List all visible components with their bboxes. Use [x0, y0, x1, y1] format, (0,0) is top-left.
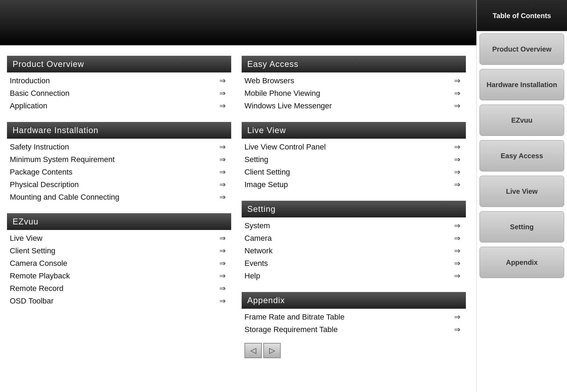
arrow-icon: ⇒	[215, 259, 226, 268]
list-item[interactable]: Physical Description⇒	[7, 178, 231, 191]
item-label: Frame Rate and Bitrate Table	[244, 313, 345, 322]
section-items-appendix: Frame Rate and Bitrate Table⇒Storage Req…	[242, 309, 466, 339]
right-column: Easy AccessWeb Browsers⇒Mobile Phone Vie…	[242, 56, 466, 382]
item-label: OSD Toolbar	[10, 297, 54, 306]
item-label: Setting	[244, 155, 269, 164]
item-label: Storage Requirement Table	[244, 325, 338, 334]
item-label: Mobile Phone Viewing	[244, 89, 320, 98]
list-item[interactable]: Basic Connection⇒	[7, 87, 231, 100]
item-label: Introduction	[10, 76, 50, 85]
list-item[interactable]: Introduction⇒	[7, 75, 231, 87]
section-items-setting: System⇒Camera⇒Network⇒Events⇒Help⇒	[242, 217, 466, 286]
arrow-icon: ⇒	[450, 221, 460, 230]
item-label: Safety Instruction	[10, 143, 69, 152]
item-label: Camera Console	[10, 259, 67, 268]
list-item[interactable]: System⇒	[242, 220, 466, 232]
item-label: Client Setting	[244, 168, 290, 177]
sidebar-item-appendix[interactable]: Appendix	[479, 247, 564, 278]
list-item[interactable]: Package Contents⇒	[7, 166, 231, 178]
header	[0, 0, 476, 45]
list-item[interactable]: OSD Toolbar⇒	[7, 295, 231, 307]
arrow-icon: ⇒	[215, 76, 226, 85]
item-label: Remote Record	[10, 284, 63, 293]
section-header-easy-access: Easy Access	[242, 56, 466, 72]
arrow-icon: ⇒	[215, 246, 226, 255]
section-header-hardware-installation: Hardware Installation	[7, 122, 231, 139]
list-item[interactable]: Help⇒	[242, 270, 466, 282]
list-item[interactable]: Mobile Phone Viewing⇒	[242, 87, 466, 100]
list-item[interactable]: Windows Live Messenger⇒	[242, 100, 466, 112]
arrow-icon: ⇒	[215, 193, 226, 202]
sidebar: Table of ContentsProduct OverviewHardwar…	[476, 0, 567, 392]
arrow-icon: ⇒	[450, 325, 460, 334]
main-content: Product OverviewIntroduction⇒Basic Conne…	[0, 0, 476, 392]
arrow-icon: ⇒	[450, 89, 460, 98]
nav-arrows: ◁▷	[244, 339, 466, 358]
arrow-icon: ⇒	[450, 168, 460, 177]
left-column: Product OverviewIntroduction⇒Basic Conne…	[7, 56, 231, 382]
list-item[interactable]: Events⇒	[242, 257, 466, 270]
item-label: Application	[10, 101, 47, 110]
list-item[interactable]: Minimum System Requirement⇒	[7, 153, 231, 166]
list-item[interactable]: Client Setting⇒	[242, 166, 466, 178]
next-button[interactable]: ▷	[263, 343, 281, 358]
arrow-icon: ⇒	[215, 155, 226, 164]
item-label: System	[244, 221, 270, 230]
item-label: Image Setup	[244, 180, 288, 189]
list-item[interactable]: Mounting and Cable Connecting⇒	[7, 191, 231, 203]
list-item[interactable]: Live View⇒	[7, 232, 231, 245]
list-item[interactable]: Setting⇒	[242, 153, 466, 166]
arrow-icon: ⇒	[215, 284, 226, 293]
arrow-icon: ⇒	[450, 271, 460, 280]
item-label: Events	[244, 259, 268, 268]
item-label: Windows Live Messenger	[244, 101, 332, 110]
section-items-easy-access: Web Browsers⇒Mobile Phone Viewing⇒Window…	[242, 72, 466, 116]
list-item[interactable]: Client Setting⇒	[7, 245, 231, 257]
arrow-icon: ⇒	[450, 76, 460, 85]
sidebar-item-live-view[interactable]: Live View	[479, 176, 564, 207]
list-item[interactable]: Safety Instruction⇒	[7, 141, 231, 153]
item-label: Minimum System Requirement	[10, 155, 115, 164]
list-item[interactable]: Storage Requirement Table⇒	[242, 323, 466, 336]
list-item[interactable]: Network⇒	[242, 245, 466, 257]
arrow-icon: ⇒	[450, 155, 460, 164]
item-label: Live View	[10, 234, 43, 243]
sidebar-item-hardware-installation[interactable]: Hardware Installation	[479, 69, 564, 100]
section-items-product-overview: Introduction⇒Basic Connection⇒Applicatio…	[7, 72, 231, 116]
list-item[interactable]: Live View Control Panel⇒	[242, 141, 466, 153]
list-item[interactable]: Camera Console⇒	[7, 257, 231, 270]
arrow-icon: ⇒	[215, 143, 226, 152]
arrow-icon: ⇒	[450, 180, 460, 189]
list-item[interactable]: Remote Record⇒	[7, 282, 231, 295]
item-label: Camera	[244, 234, 272, 243]
arrow-icon: ⇒	[450, 143, 460, 152]
list-item[interactable]: Image Setup⇒	[242, 178, 466, 191]
item-label: Network	[244, 246, 273, 255]
arrow-icon: ⇒	[215, 234, 226, 243]
list-item[interactable]: Frame Rate and Bitrate Table⇒	[242, 311, 466, 323]
arrow-icon: ⇒	[450, 313, 460, 322]
list-item[interactable]: Remote Playback⇒	[7, 270, 231, 282]
section-header-ezvuu: EZvuu	[7, 213, 231, 230]
sidebar-item-easy-access[interactable]: Easy Access	[479, 140, 564, 171]
section-items-ezvuu: Live View⇒Client Setting⇒Camera Console⇒…	[7, 230, 231, 311]
prev-button[interactable]: ◁	[244, 343, 262, 358]
sidebar-item-product-overview[interactable]: Product Overview	[479, 33, 564, 65]
list-item[interactable]: Web Browsers⇒	[242, 75, 466, 87]
item-label: Remote Playback	[10, 271, 70, 280]
item-label: Package Contents	[10, 168, 73, 177]
arrow-icon: ⇒	[215, 297, 226, 306]
item-label: Web Browsers	[244, 76, 294, 85]
sidebar-item-toc[interactable]: Table of Contents	[477, 0, 567, 31]
sidebar-item-ezvuu[interactable]: EZvuu	[479, 105, 564, 136]
item-label: Physical Description	[10, 180, 79, 189]
arrow-icon: ⇒	[215, 89, 226, 98]
section-header-product-overview: Product Overview	[7, 56, 231, 72]
section-header-setting: Setting	[242, 201, 466, 217]
list-item[interactable]: Application⇒	[7, 100, 231, 112]
arrow-icon: ⇒	[215, 101, 226, 110]
list-item[interactable]: Camera⇒	[242, 232, 466, 245]
section-items-hardware-installation: Safety Instruction⇒Minimum System Requir…	[7, 139, 231, 207]
sidebar-item-setting[interactable]: Setting	[479, 211, 564, 243]
item-label: Client Setting	[10, 246, 55, 255]
